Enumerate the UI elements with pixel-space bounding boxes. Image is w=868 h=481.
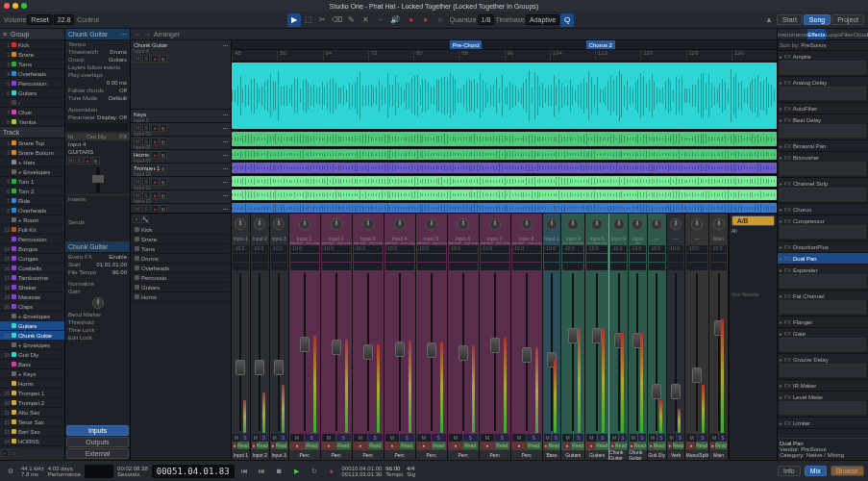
read-btn[interactable]: Read	[673, 442, 684, 449]
rec-btn[interactable]: ●	[544, 442, 548, 449]
pan-knob[interactable]	[567, 218, 579, 230]
read-btn[interactable]: Read	[495, 442, 509, 449]
track-item[interactable]: 8Overheads	[0, 206, 64, 215]
track-item[interactable]: 15Congas	[0, 254, 64, 264]
audio-clip[interactable]	[232, 63, 777, 129]
dup-track-icon[interactable]: ⧉	[11, 449, 18, 457]
group-item[interactable]: 5Percussion	[0, 79, 64, 89]
solo-btn[interactable]: S	[368, 434, 383, 442]
track-item[interactable]: 34HORNS	[0, 437, 64, 446]
fader-handle[interactable]	[255, 360, 264, 375]
pan-knob[interactable]	[254, 218, 265, 230]
pan-knob[interactable]	[670, 218, 682, 230]
song-page-btn[interactable]: Song	[804, 14, 831, 25]
fader-handle[interactable]	[490, 338, 500, 353]
mix-group[interactable]: Kick	[133, 225, 229, 235]
marker[interactable]: Chorus 2	[586, 40, 615, 49]
effect-item[interactable]: ▸ FX Analog Delay	[778, 77, 868, 103]
fader-handle[interactable]	[274, 360, 284, 375]
solo-btn[interactable]: S	[495, 434, 509, 442]
mixer-channel[interactable]: — -10.0 MS ●Read Verb	[667, 214, 686, 460]
rec-btn[interactable]: ●	[481, 442, 495, 449]
track-item[interactable]: 32Tenor Sax	[0, 418, 64, 427]
solo-btn[interactable]: S	[552, 434, 559, 442]
pre-roll-icon[interactable]: ●	[419, 13, 433, 27]
info-btn[interactable]: Info	[778, 466, 801, 476]
pan-knob[interactable]	[632, 218, 643, 230]
mixer-channel[interactable]: Input 4 PERC_ROOM -10.0 MS ●Read Perc	[384, 214, 416, 460]
read-btn[interactable]: Read	[368, 442, 383, 449]
mix-group[interactable]: Drums	[133, 254, 229, 264]
mix-group[interactable]: Horns	[133, 292, 229, 302]
ffwd-icon[interactable]: ⏭	[256, 465, 269, 478]
effect-item[interactable]: ▸ FX Compressor	[778, 215, 868, 241]
mix-group[interactable]: Snare	[133, 235, 229, 244]
read-btn[interactable]: Read	[432, 442, 446, 449]
browser-tab[interactable]: Instruments	[778, 29, 807, 39]
group-item[interactable]: -	[0, 98, 64, 108]
inspector-menu-icon[interactable]: ⋯	[120, 31, 127, 38]
mute-btn[interactable]: M	[481, 434, 495, 442]
rec-btn[interactable]: ●	[322, 442, 336, 449]
pan-knob[interactable]	[331, 218, 342, 230]
erase-tool-icon[interactable]: ⌫	[331, 13, 344, 27]
bend-tool-icon[interactable]: ~	[374, 13, 387, 27]
rec-btn[interactable]: ●	[686, 442, 695, 449]
mixer-channel[interactable]: Input 1 -10.0 MS ●Read Input 1	[232, 214, 251, 460]
pan-knob[interactable]	[362, 218, 374, 230]
track-item[interactable]: + Envelopes	[0, 312, 64, 321]
marker-lane[interactable]: Pre-ChordChorus 2	[232, 40, 777, 50]
solo-btn[interactable]: S	[336, 434, 351, 442]
track-item[interactable]: + Room	[0, 215, 64, 225]
close-dot[interactable]	[4, 3, 10, 9]
loop-icon[interactable]: ↻	[308, 465, 321, 478]
track-item[interactable]: 19Maracas	[0, 292, 64, 302]
solo-btn[interactable]: S	[305, 434, 319, 442]
solo-btn[interactable]: S	[241, 434, 249, 442]
monitor-icon[interactable]: ◐	[92, 157, 100, 165]
track-item[interactable]: + Envelopes	[0, 341, 64, 350]
solo-btn[interactable]: S	[574, 434, 583, 442]
group-item[interactable]: 1Kick	[0, 40, 64, 50]
pan-knob[interactable]	[613, 218, 625, 230]
mute-btn[interactable]: M	[512, 434, 527, 442]
track-item[interactable]: 14Bongos	[0, 244, 64, 254]
pan-knob[interactable]	[591, 218, 603, 230]
rec-btn[interactable]: ●	[586, 442, 595, 449]
ab-btn[interactable]: A/B	[732, 215, 775, 226]
group-item[interactable]: 3Toms	[0, 60, 64, 69]
fader-handle[interactable]	[568, 328, 578, 343]
solo-btn[interactable]: S	[719, 434, 727, 442]
mixer-channel[interactable]: Input 4 GUITARS -10.0 MS ●Read Guitars	[561, 214, 585, 460]
nav-back-icon[interactable]: ←	[135, 31, 141, 38]
fader-handle[interactable]	[522, 347, 532, 363]
solo-btn[interactable]: S	[638, 434, 646, 442]
mute-btn[interactable]: M	[710, 434, 718, 442]
solo-btn[interactable]: S	[260, 434, 268, 442]
solo-btn[interactable]: S	[400, 434, 414, 442]
read-btn[interactable]: Read	[237, 442, 249, 449]
track-item[interactable]: 31Alto Sax	[0, 408, 64, 418]
pan-knob[interactable]	[394, 218, 406, 230]
draw-tool-icon[interactable]: ✎	[345, 13, 359, 27]
read-btn[interactable]: Read	[463, 442, 478, 449]
mute-btn[interactable]: M	[649, 434, 657, 442]
nav-fwd-icon[interactable]: →	[144, 31, 151, 38]
param-value[interactable]: 22.8	[54, 14, 75, 25]
mixer-channel[interactable]: Input 3 -10.0 MS ●Read Input 3	[270, 214, 289, 460]
fader-handle[interactable]	[652, 384, 661, 399]
track-item[interactable]: 22Chunk Guitar	[0, 331, 64, 341]
fader-handle[interactable]	[427, 342, 436, 358]
track-header[interactable]: Trumpet 1⋯Input 10MS●◐	[131, 164, 231, 177]
max-dot[interactable]	[21, 3, 27, 9]
effect-item[interactable]: ▸ FX Binaural Pan	[778, 140, 868, 152]
track-lanes[interactable]	[232, 62, 777, 213]
project-page-btn[interactable]: Project	[831, 14, 864, 25]
mute-btn[interactable]: M	[252, 434, 260, 442]
rec-btn[interactable]: ●	[252, 442, 256, 449]
mixer-channel[interactable]: Input 5 GUITARS -10.0 MS ●Read Guitars	[585, 214, 609, 460]
mixer-channel[interactable]: Input 7 PERC_ROOM -10.0 MS ●Read Perc	[480, 214, 511, 460]
rec-btn[interactable]: ●	[449, 442, 463, 449]
pan-knob[interactable]	[651, 218, 662, 230]
track-item[interactable]: 24Guit Dly	[0, 350, 64, 360]
